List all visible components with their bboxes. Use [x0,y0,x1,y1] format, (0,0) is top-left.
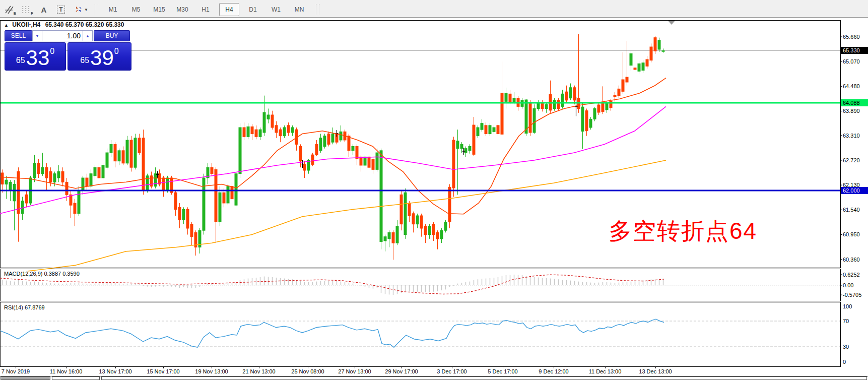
candle-body[interactable] [178,207,181,220]
candle-body[interactable] [138,138,141,153]
candle-body[interactable] [243,128,245,137]
sell-button[interactable]: SELL [5,30,32,41]
candle-body[interactable] [614,95,616,97]
candle-body[interactable] [606,103,608,110]
candle-body[interactable] [45,167,48,178]
bottom-bar-segment-3[interactable] [101,376,867,380]
time-axis-label[interactable]: 7 Nov 2019 [2,368,30,374]
candle-body[interactable] [126,140,128,163]
volume-decrease-button[interactable]: ▼ [32,30,42,41]
buy-button[interactable]: BUY [94,30,130,41]
candle-body[interactable] [215,169,217,222]
candle-body[interactable] [424,226,427,235]
candle-body[interactable] [654,38,656,51]
candle-body[interactable] [142,138,145,191]
candle-body[interactable] [432,224,435,235]
candle-body[interactable] [416,216,419,224]
candle-body[interactable] [638,64,640,71]
candle-body[interactable] [444,222,447,230]
candle-body[interactable] [561,94,564,106]
candle-body[interactable] [130,140,132,167]
candle-body[interactable] [376,153,378,169]
candle-body[interactable] [553,100,556,109]
candle-body[interactable] [134,138,137,167]
candle-body[interactable] [348,136,350,151]
volume-increase-button[interactable]: ▲ [83,30,93,41]
candle-body[interactable] [174,193,177,209]
candle-body[interactable] [602,103,604,112]
candle-body[interactable] [1,173,4,184]
candle-body[interactable] [464,149,467,153]
chart-shift-marker-icon[interactable] [668,21,675,25]
candle-body[interactable] [118,151,120,161]
candle-body[interactable] [497,125,499,134]
candle-body[interactable] [473,125,475,154]
candle-body[interactable] [227,186,229,203]
candle-body[interactable] [25,195,28,203]
candle-body[interactable] [658,40,660,49]
time-axis-label[interactable]: 19 Nov 13:00 [195,368,228,374]
candle-body[interactable] [634,68,636,70]
candle-body[interactable] [388,232,390,238]
candle-body[interactable] [299,146,302,161]
time-axis-label[interactable]: 29 Nov 17:00 [385,368,418,374]
candle-body[interactable] [5,180,8,184]
candle-body[interactable] [597,105,600,112]
candle-body[interactable] [646,59,648,66]
candle-body[interactable] [315,144,318,155]
candle-body[interactable] [481,123,483,130]
candle-body[interactable] [392,232,394,243]
candle-body[interactable] [456,141,459,149]
candle-body[interactable] [86,178,88,186]
candle-body[interactable] [420,216,423,228]
candle-body[interactable] [74,203,76,214]
candle-body[interactable] [61,171,64,182]
candle-body[interactable] [271,115,274,128]
collapse-arrow-icon[interactable]: ▲ [4,23,9,28]
candle-body[interactable] [263,112,265,133]
volume-input[interactable] [42,30,83,41]
candle-body[interactable] [267,115,270,119]
candle-body[interactable] [650,47,652,60]
candle-body[interactable] [513,98,515,102]
candle-body[interactable] [452,140,455,188]
time-axis-label[interactable]: 21 Nov 13:00 [242,368,275,374]
candle-body[interactable] [65,182,68,195]
candle-body[interactable] [380,151,382,242]
candle-body[interactable] [323,136,326,147]
candle-body[interactable] [90,174,92,186]
candle-body[interactable] [211,167,213,173]
candle-body[interactable] [573,88,576,100]
candle-body[interactable] [283,128,286,136]
candle-body[interactable] [291,128,294,133]
candle-body[interactable] [279,130,282,136]
candle-body[interactable] [622,80,624,91]
candle-body[interactable] [545,104,548,108]
candle-body[interactable] [396,226,398,243]
candle-body[interactable] [327,134,330,144]
candle-body[interactable] [412,214,415,224]
candle-body[interactable] [368,157,370,167]
time-axis-label[interactable]: 13 Dec 13:00 [639,368,672,374]
candle-body[interactable] [626,77,628,82]
candle-body[interactable] [122,151,124,163]
candle-body[interactable] [509,94,511,102]
candle-body[interactable] [235,174,237,205]
candle-body[interactable] [581,107,584,131]
candle-body[interactable] [360,157,362,165]
candle-body[interactable] [114,144,116,161]
candle-body[interactable] [352,146,354,150]
candle-body[interactable] [231,186,233,199]
candle-body[interactable] [408,203,411,216]
candle-body[interactable] [460,144,463,148]
candle-body[interactable] [400,195,403,224]
candle-body[interactable] [190,224,193,237]
sell-price-panel[interactable]: 65 33 0 [5,42,66,71]
candle-body[interactable] [384,237,386,241]
candle-body[interactable] [440,230,443,239]
candle-body[interactable] [501,93,503,135]
candle-body[interactable] [589,119,592,128]
candle-body[interactable] [102,165,104,178]
candle-body[interactable] [49,171,52,182]
candle-body[interactable] [223,193,225,203]
